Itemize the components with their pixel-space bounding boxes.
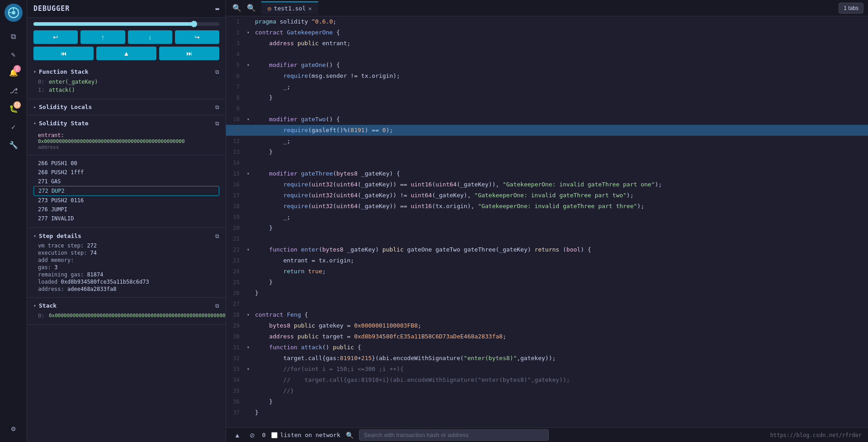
- step-over-back-button[interactable]: ↑: [80, 30, 125, 44]
- step-details-section: ▾ Step details ⧉ vm trace step: 272 exec…: [27, 228, 226, 298]
- code-line-11: 11 require(gasleft()%(8191) == 0);: [226, 125, 868, 136]
- sidebar-item-notifications[interactable]: 🔔 2: [5, 64, 22, 81]
- step-val-vmtrace: 272: [87, 242, 97, 249]
- state-var-type-entrant: address: [38, 144, 219, 150]
- icon-sidebar: ⧉ ✎ 🔔 2 ⎇ 🐛 11 ✓ 🔧 ⚙: [0, 0, 27, 442]
- step-details-content: vm trace step: 272 execution step: 74 ad…: [27, 241, 226, 295]
- step-row-gas: gas: 3: [38, 264, 219, 271]
- file-tab-close[interactable]: ✕: [308, 5, 311, 12]
- state-var-val-entrant: 0x00000000000000000000000000000000000000…: [38, 138, 219, 144]
- function-stack-header[interactable]: ▾ Function Stack ⧉: [27, 67, 226, 77]
- stack-val-1: attack(): [49, 87, 75, 93]
- search-input[interactable]: [359, 429, 549, 441]
- code-line-7: 7 _;: [226, 81, 868, 92]
- sidebar-item-tools[interactable]: 🔧: [5, 137, 22, 153]
- tools-icon: 🔧: [9, 141, 18, 149]
- listen-label: listen on network: [280, 432, 340, 438]
- code-line-29: 29 bytes8 public gatekey = 0x00000011000…: [226, 320, 868, 331]
- editor-panel: 🔍 🔍 ◎ test1.sol ✕ 1 tabs 1 pragma solidi…: [226, 0, 868, 442]
- stack-item-idx-0: 0:: [38, 313, 45, 319]
- tabs-dropdown-button[interactable]: 1 tabs: [839, 3, 863, 14]
- step-fwd-button[interactable]: ↪: [175, 30, 219, 44]
- opcodes-section: 266 PUSH1 00 268 PUSH2 1fff 271 GAS 272 …: [27, 155, 226, 228]
- code-line-1: 1 pragma solidity ^0.6.0;: [226, 16, 868, 27]
- step-row-address: address: adee468a2833fa8: [38, 285, 219, 293]
- solidity-locals-copy-icon[interactable]: ⧉: [215, 104, 219, 110]
- sidebar-item-files[interactable]: ⧉: [5, 28, 22, 44]
- step-label-exec: execution step:: [38, 250, 90, 256]
- sidebar-item-edit[interactable]: ✎: [5, 46, 22, 62]
- code-line-16: 16 require(uint32(uint64(_gateKey)) == u…: [226, 179, 868, 190]
- stack-val-0: enter(_gateKey): [49, 79, 98, 85]
- code-line-12: 12 _;: [226, 136, 868, 147]
- function-stack-section: ▾ Function Stack ⧉ 0: enter(_gateKey) 1:…: [27, 64, 226, 99]
- progress-thumb: [191, 21, 197, 27]
- code-line-21: 21: [226, 233, 868, 244]
- opcode-277[interactable]: 277 INVALID: [33, 214, 219, 223]
- sidebar-item-check[interactable]: ✓: [5, 119, 22, 135]
- code-line-19: 19 _;: [226, 212, 868, 223]
- step-back-button[interactable]: ↩: [33, 30, 78, 44]
- debugger-title: DEBUGGER: [33, 5, 70, 13]
- solidity-state-copy-icon[interactable]: ⧉: [215, 120, 219, 127]
- svg-point-1: [12, 11, 15, 14]
- step-label-vmtrace: vm trace step:: [38, 242, 87, 249]
- code-line-22: 22 ▾ function enter(bytes8 _gateKey) pub…: [226, 244, 868, 255]
- opcode-272[interactable]: 272 DUP2: [33, 186, 219, 196]
- minimize-button[interactable]: ▬: [216, 5, 219, 12]
- code-line-10: 10 ▾ modifier gateTwo() {: [226, 114, 868, 125]
- code-line-25: 25 }: [226, 277, 868, 288]
- solidity-locals-section: ▸ Solidity Locals ⧉: [27, 99, 226, 115]
- sidebar-item-branch[interactable]: ⎇: [5, 82, 22, 99]
- settings-icon: ⚙: [11, 424, 16, 433]
- code-editor[interactable]: 1 pragma solidity ^0.6.0; 2 ▾ contract G…: [226, 16, 868, 428]
- stack-copy-icon[interactable]: ⧉: [215, 303, 219, 309]
- listen-checkbox[interactable]: [271, 432, 278, 438]
- step-label-gas: gas:: [38, 264, 54, 271]
- skip-start-button[interactable]: ⏮: [33, 47, 94, 60]
- step-label-loaded: loaded: [38, 279, 61, 285]
- debug-badge: 11: [14, 101, 21, 109]
- debugger-panel: DEBUGGER ▬ ↩ ↑ ↓ ↪ ⏮ ▲ ⏭ ▾ Function Stac…: [27, 0, 226, 442]
- code-line-14: 14: [226, 157, 868, 168]
- zoom-in-button[interactable]: 🔍: [231, 3, 243, 13]
- app-logo: [5, 4, 23, 22]
- opcode-276[interactable]: 276 JUMPI: [33, 205, 219, 214]
- progress-track[interactable]: [33, 22, 219, 26]
- check-icon: ✓: [11, 123, 16, 131]
- opcode-266[interactable]: 266 PUSH1 00: [33, 159, 219, 168]
- branch-icon: ⎇: [9, 86, 18, 95]
- search-status-icon: 🔍: [346, 432, 354, 439]
- site-url: https://blog.csdn.net/rfrder: [770, 432, 862, 438]
- stack-header[interactable]: ▾ Stack ⧉: [27, 300, 226, 311]
- step-row-vmtrace: vm trace step: 272: [38, 242, 219, 249]
- file-tab-test1[interactable]: ◎ test1.sol ✕: [261, 1, 318, 14]
- code-line-26: 26 }: [226, 288, 868, 299]
- notification-badge: 2: [14, 65, 21, 72]
- solidity-locals-header[interactable]: ▸ Solidity Locals ⧉: [27, 102, 226, 112]
- skip-end-button[interactable]: ⏭: [159, 47, 219, 60]
- opcode-271[interactable]: 271 GAS: [33, 177, 219, 186]
- step-details-title: Step details: [39, 233, 212, 239]
- status-up-button[interactable]: ▲: [232, 431, 242, 440]
- code-line-35: 35 //}: [226, 385, 868, 396]
- solidity-state-header[interactable]: ▾ Solidity State ⧉: [27, 118, 226, 128]
- zoom-out-button[interactable]: 🔍: [245, 3, 258, 13]
- opcode-268[interactable]: 268 PUSH2 1fff: [33, 168, 219, 177]
- sidebar-item-debug[interactable]: 🐛 11: [5, 100, 22, 117]
- listen-container: listen on network: [271, 432, 340, 438]
- step-details-copy-icon[interactable]: ⧉: [215, 233, 219, 239]
- code-line-6: 6 require(msg.sender != tx.origin);: [226, 71, 868, 81]
- step-row-addmem: add memory:: [38, 257, 219, 264]
- step-over-fwd-button[interactable]: ↓: [128, 30, 172, 44]
- stack-item-0: 0: 0x00000000000000000000000000000000000…: [38, 312, 219, 320]
- function-stack-copy-icon[interactable]: ⧉: [215, 69, 219, 75]
- stack-chevron: ▾: [33, 303, 36, 308]
- zoom-controls: 🔍 🔍: [231, 3, 258, 13]
- breakpoint-button[interactable]: ▲: [96, 47, 156, 60]
- sidebar-item-settings[interactable]: ⚙: [5, 420, 22, 437]
- step-details-header[interactable]: ▾ Step details ⧉: [27, 231, 226, 241]
- stack-idx-1: 1:: [38, 87, 45, 93]
- status-stop-button[interactable]: ⊘: [248, 431, 257, 440]
- opcode-273[interactable]: 273 PUSH2 0116: [33, 196, 219, 205]
